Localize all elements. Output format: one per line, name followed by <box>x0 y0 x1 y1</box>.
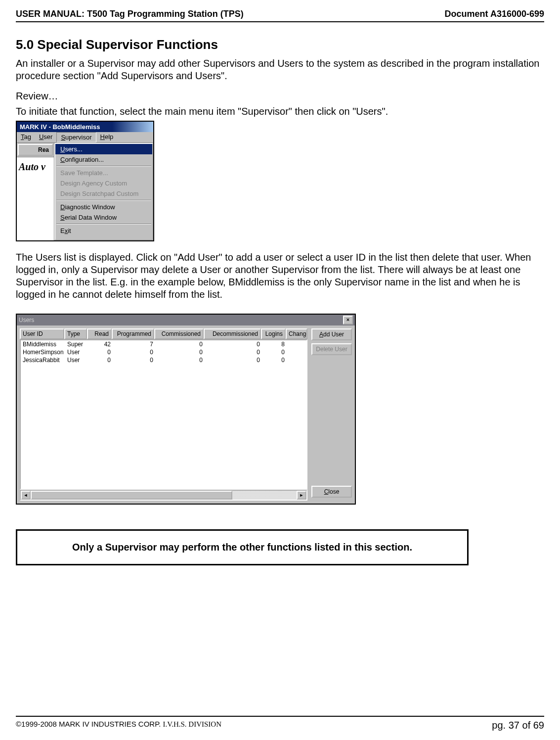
users-list[interactable]: BMiddlemiss Super 42 7 0 0 8 HomerSimpso… <box>20 339 307 490</box>
menu-user[interactable]: User <box>35 132 56 142</box>
supervisor-dropdown: Users... Configuration... Save Template.… <box>54 143 153 240</box>
dropdown-design-scratchpad: Design Scratchpad Custom <box>55 188 152 199</box>
paragraph-intro: An installer or a Supervisor may add oth… <box>16 57 544 82</box>
note-box: Only a Supervisor may perform the other … <box>16 529 469 565</box>
cell-commissioned: 0 <box>155 348 205 356</box>
header-right: Document A316000-699 <box>445 9 544 19</box>
section-title: 5.0 Special Supervisor Functions <box>16 37 544 52</box>
add-user-button[interactable]: Add User <box>311 328 352 340</box>
cell-logins: 8 <box>262 340 287 348</box>
cell-decommissioned: 0 <box>205 340 262 348</box>
cell-programmed: 7 <box>113 340 155 348</box>
col-userid[interactable]: User ID <box>20 328 64 339</box>
menu-help[interactable]: Help <box>96 132 118 142</box>
cell-userid: HomerSimpson <box>21 348 65 356</box>
close-button[interactable]: Close <box>311 486 352 498</box>
menubar: Tag User Supervisor Help <box>17 132 153 143</box>
footer-copyright: ©1999-2008 MARK IV INDUSTRIES CORP. <box>16 720 163 728</box>
cell-logins: 0 <box>262 348 287 356</box>
close-icon[interactable]: × <box>343 316 353 324</box>
horizontal-scrollbar[interactable]: ◄ ► <box>20 490 307 501</box>
col-programmed[interactable]: Programmed <box>112 328 154 339</box>
dropdown-configuration[interactable]: Configuration... <box>55 154 152 165</box>
dropdown-diagnostic[interactable]: Diagnostic Window <box>55 202 152 212</box>
cell-commissioned: 0 <box>155 356 205 364</box>
users-titlebar: Users × <box>17 315 355 325</box>
cell-type: User <box>65 348 88 356</box>
scroll-right-icon[interactable]: ► <box>297 491 306 500</box>
page-footer: ©1999-2008 MARK IV INDUSTRIES CORP. I.V.… <box>16 716 544 740</box>
menu-supervisor[interactable]: Supervisor <box>56 132 96 142</box>
cell-decommissioned: 0 <box>205 356 262 364</box>
users-title: Users <box>19 317 34 324</box>
col-commissioned[interactable]: Commissioned <box>154 328 204 339</box>
col-decommissioned[interactable]: Decommissioned <box>204 328 261 339</box>
table-row[interactable]: BMiddlemiss Super 42 7 0 0 8 <box>21 340 306 348</box>
paragraph-initiate: To initiate that function, select the ma… <box>16 105 544 118</box>
col-type[interactable]: Type <box>64 328 87 339</box>
table-row[interactable]: JessicaRabbit User 0 0 0 0 0 <box>21 356 306 364</box>
footer-page-number: pg. 37 of 69 <box>492 720 544 731</box>
menu-tag[interactable]: Tag <box>17 132 35 142</box>
users-dialog: Users × User ID Type Read Programmed Com… <box>16 314 356 505</box>
footer-division: I.V.H.S. DIVISION <box>163 720 221 728</box>
cell-commissioned: 0 <box>155 340 205 348</box>
dropdown-serial[interactable]: Serial Data Window <box>55 212 152 223</box>
col-logins[interactable]: Logins <box>261 328 286 339</box>
col-change-pass[interactable]: Change Pass <box>286 328 307 339</box>
cell-type: User <box>65 356 88 364</box>
menu-screenshot: MARK IV - BobMiddlemiss Tag User Supervi… <box>16 121 154 241</box>
page-header: USER MANUAL: T500 Tag Programming Statio… <box>16 9 544 22</box>
scroll-left-icon[interactable]: ◄ <box>21 491 31 500</box>
dropdown-users[interactable]: Users... <box>55 144 152 154</box>
header-left: USER MANUAL: T500 Tag Programming Statio… <box>16 9 244 19</box>
dropdown-save-template: Save Template... <box>55 168 152 178</box>
col-read[interactable]: Read <box>87 328 112 339</box>
paragraph-users-list: The Users list is displayed. Click on "A… <box>16 251 544 301</box>
cell-read: 0 <box>88 348 113 356</box>
scroll-thumb[interactable] <box>31 491 232 500</box>
cell-read: 42 <box>88 340 113 348</box>
dropdown-design-agency: Design Agency Custom <box>55 178 152 188</box>
cell-userid: JessicaRabbit <box>21 356 65 364</box>
table-row[interactable]: HomerSimpson User 0 0 0 0 0 <box>21 348 306 356</box>
cell-programmed: 0 <box>113 356 155 364</box>
cell-read: 0 <box>88 356 113 364</box>
review-label: Review… <box>16 90 544 102</box>
cell-type: Super <box>65 340 88 348</box>
cell-logins: 0 <box>262 356 287 364</box>
users-column-headers: User ID Type Read Programmed Commissione… <box>20 328 307 339</box>
cell-programmed: 0 <box>113 348 155 356</box>
auto-label: Auto v <box>17 157 54 240</box>
delete-user-button: Delete User <box>311 343 352 355</box>
cell-decommissioned: 0 <box>205 348 262 356</box>
cell-userid: BMiddlemiss <box>21 340 65 348</box>
dropdown-exit[interactable]: Exit <box>55 226 152 236</box>
window-titlebar: MARK IV - BobMiddlemiss <box>17 122 153 132</box>
read-button[interactable]: Rea <box>18 144 53 156</box>
toolbar-strip: Rea Auto v <box>17 143 54 240</box>
